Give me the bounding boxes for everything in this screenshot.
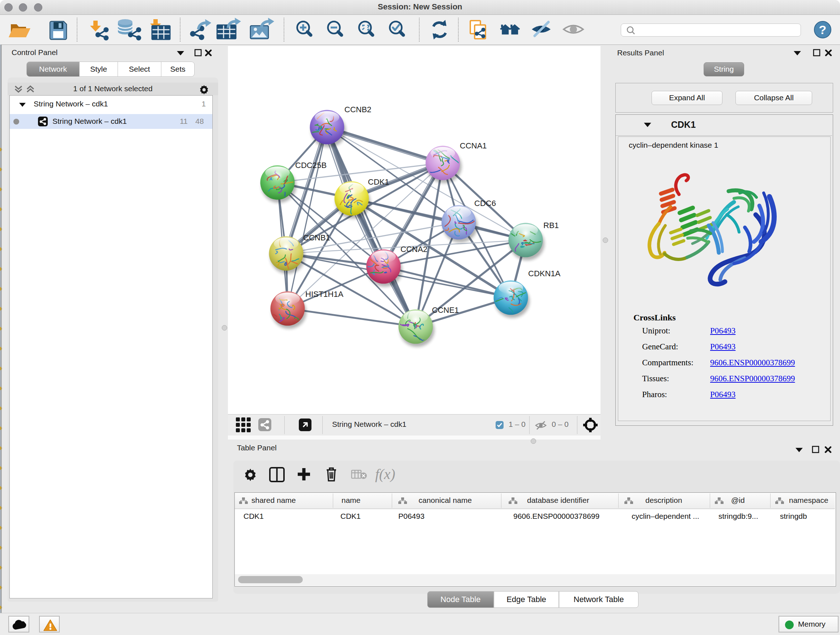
svg-text:CCNB1: CCNB1 [303, 233, 330, 242]
svg-text:?: ? [819, 23, 827, 36]
svg-text:CCNB2: CCNB2 [344, 105, 371, 114]
svg-text:CCNA1: CCNA1 [460, 141, 487, 150]
svg-text:CDC25B: CDC25B [295, 161, 327, 170]
svg-text:CDK1: CDK1 [368, 177, 389, 187]
svg-text:CDC6: CDC6 [474, 199, 496, 208]
svg-text:RB1: RB1 [543, 221, 559, 230]
svg-text:CCNA2: CCNA2 [401, 245, 428, 254]
svg-text:CDKN1A: CDKN1A [528, 269, 561, 278]
svg-text:CCNE1: CCNE1 [432, 306, 459, 315]
svg-text:HIST1H1A: HIST1H1A [305, 290, 343, 299]
